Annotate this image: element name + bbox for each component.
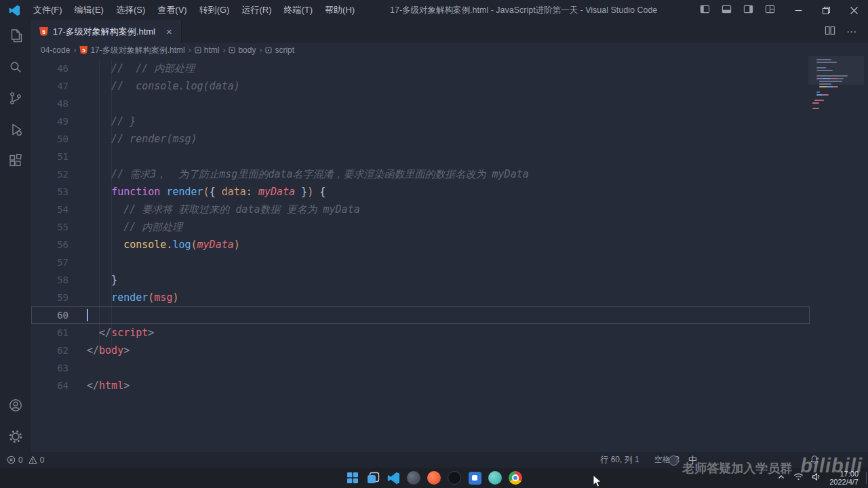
line-number: 63 (31, 359, 87, 377)
restore-button[interactable] (812, 0, 840, 20)
code-token: // render(msg) (87, 133, 197, 145)
vscode-taskbar-icon[interactable] (385, 470, 401, 486)
code-text: // console.log(data) (87, 77, 240, 95)
chrome-icon[interactable] (507, 470, 524, 486)
taskbar-clock[interactable]: 17:00 2022/4/7 (829, 470, 859, 486)
menu-run[interactable]: 运行(R) (235, 0, 277, 20)
line-number: 61 (31, 324, 87, 342)
code-line[interactable]: 51 (31, 148, 810, 165)
breadcrumb-symbol-html[interactable]: html (195, 45, 220, 55)
customize-layout-icon[interactable] (765, 4, 775, 17)
tray-chevron-icon[interactable] (777, 472, 785, 484)
code-token: body (99, 344, 123, 357)
toggle-panel-icon[interactable] (722, 4, 732, 17)
tab-close-icon[interactable]: × (164, 26, 174, 37)
code-token: function (111, 186, 160, 198)
wifi-icon[interactable] (793, 472, 804, 484)
minimize-button[interactable] (785, 0, 812, 20)
breadcrumb-separator: › (222, 45, 225, 55)
run-debug-icon[interactable] (0, 114, 31, 145)
code-line[interactable]: 53 function render({ data: myData }) { (31, 183, 810, 201)
vscode-logo-icon (9, 5, 20, 16)
code-line[interactable]: 61 </script> (31, 324, 810, 342)
clock-time: 17:00 (829, 470, 859, 478)
code-line[interactable]: 59 render(msg) (31, 289, 810, 306)
settings-gear-icon[interactable] (0, 421, 31, 452)
overlay-ball-icon (669, 455, 679, 466)
ime-indicator: 中 (688, 454, 697, 466)
menu-help[interactable]: 帮助(H) (319, 0, 361, 20)
red-app-icon[interactable] (426, 470, 442, 486)
volume-icon[interactable] (812, 472, 821, 484)
menu-go[interactable]: 转到(G) (193, 0, 236, 20)
code-line[interactable]: 49 // } (31, 113, 810, 130)
source-control-icon[interactable] (0, 83, 31, 114)
code-line[interactable]: 55 // 内部处理 (31, 218, 810, 236)
toggle-sidebar-icon[interactable] (700, 4, 710, 17)
menu-view[interactable]: 查看(V) (151, 0, 193, 20)
breadcrumb-file[interactable]: 5 17-多级对象解构案例.html (79, 45, 184, 56)
code-line[interactable]: 63 (31, 359, 810, 377)
show-desktop-button[interactable] (866, 472, 867, 484)
code-line[interactable]: 64</html> (31, 377, 810, 394)
code-line[interactable]: 62</body> (31, 342, 810, 359)
line-number: 50 (31, 130, 87, 148)
toggle-secondary-sidebar-icon[interactable] (743, 4, 753, 17)
code-token: ) (234, 239, 240, 251)
code-token: </ (99, 327, 111, 339)
code-line[interactable]: 57 (31, 253, 810, 271)
close-button[interactable] (840, 0, 868, 20)
task-view-button[interactable] (365, 470, 381, 486)
code-token: html (99, 380, 123, 392)
html-file-icon: 5 (39, 27, 48, 36)
problems-indicator[interactable]: 0 0 (7, 455, 44, 465)
code-line[interactable]: 60 (31, 306, 810, 324)
minimap[interactable] (812, 59, 859, 109)
line-number: 54 (31, 201, 87, 218)
code-token: > (123, 380, 130, 392)
breadcrumb-symbol-script[interactable]: script (265, 45, 294, 55)
breadcrumb-folder[interactable]: 04-code (41, 45, 70, 55)
start-button[interactable] (344, 470, 361, 486)
account-icon[interactable] (0, 390, 31, 421)
line-number: 51 (31, 148, 87, 165)
code-line[interactable]: 47 // console.log(data) (31, 77, 810, 95)
notifications-bell-icon[interactable] (810, 455, 819, 466)
clock-date: 2022/4/7 (829, 478, 859, 486)
extensions-icon[interactable] (0, 145, 31, 176)
split-editor-icon[interactable] (825, 25, 835, 39)
teal-app-icon[interactable] (487, 470, 503, 486)
code-text: // } (87, 113, 136, 130)
code-token: console (123, 239, 166, 251)
code-line[interactable]: 52 // 需求3， 为了防止msg里面的data名字混淆，要求渲染函数里面的数… (31, 165, 810, 183)
explorer-icon[interactable] (0, 20, 31, 52)
tab-active-file[interactable]: 5 17-多级对象解构案例.html × (31, 20, 182, 43)
breadcrumb-symbol-body[interactable]: body (229, 45, 256, 55)
code-line[interactable]: 56 console.log(myData) (31, 236, 810, 253)
menu-file[interactable]: 文件(F) (27, 0, 68, 20)
menu-edit[interactable]: 编辑(E) (68, 0, 110, 20)
code-line[interactable]: 48 (31, 95, 810, 113)
black-app-icon[interactable] (446, 470, 462, 486)
code-line[interactable]: 58 } (31, 271, 810, 289)
search-icon[interactable] (0, 52, 31, 83)
code-line[interactable]: 54 // 要求将 获取过来的 data数据 更名为 myData (31, 201, 810, 218)
line-number: 58 (31, 271, 87, 289)
code-text: // 内部处理 (87, 218, 182, 236)
cursor-position[interactable]: 行 60, 列 1 (600, 454, 639, 466)
edge-dark-icon[interactable] (406, 470, 422, 486)
code-token: } (87, 274, 117, 286)
code-line[interactable]: 50 // render(msg) (31, 130, 810, 148)
code-text: function render({ data: myData }) { (87, 183, 326, 201)
blue-app-icon[interactable] (467, 470, 483, 486)
code-token: > (123, 344, 130, 357)
line-number: 48 (31, 95, 87, 113)
code-line[interactable]: 46 // // 内部处理 (31, 60, 810, 77)
menu-terminal[interactable]: 终端(T) (277, 0, 319, 20)
code-text: // 需求3， 为了防止msg里面的data名字混淆，要求渲染函数里面的数据名改… (87, 165, 529, 183)
editor-lines: 46 // // 内部处理47 // console.log(data)4849… (31, 58, 810, 394)
code-token: myData (197, 239, 234, 251)
line-number: 62 (31, 342, 87, 359)
menu-selection[interactable]: 选择(S) (110, 0, 151, 20)
more-actions-icon[interactable]: ⋯ (846, 26, 857, 38)
